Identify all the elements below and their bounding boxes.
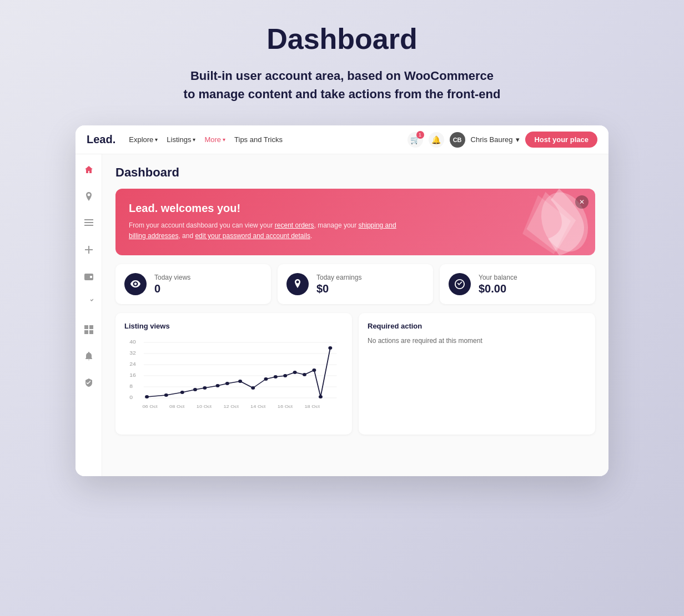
sidebar-item-grid[interactable] <box>80 321 98 339</box>
balance-value: $0.00 <box>479 282 517 295</box>
svg-rect-4 <box>90 276 92 278</box>
svg-point-32 <box>274 375 278 378</box>
page-title: Dashboard <box>266 22 418 55</box>
svg-point-34 <box>293 371 297 374</box>
svg-text:16: 16 <box>129 372 136 378</box>
svg-text:14 Oct: 14 Oct <box>250 404 266 409</box>
svg-point-23 <box>164 393 168 397</box>
sidebar <box>76 154 102 476</box>
user-avatar: CB <box>450 132 465 148</box>
svg-rect-5 <box>84 325 88 329</box>
chart-area: 40 32 24 16 8 0 <box>124 337 343 426</box>
nav-bar: Lead. Explore ▾ Listings ▾ More ▾ Tips a… <box>76 125 608 154</box>
svg-point-35 <box>303 373 306 376</box>
sidebar-item-tasks[interactable] <box>80 294 98 312</box>
action-card-title: Required action <box>368 322 586 330</box>
action-card-text: No actions are required at this moment <box>368 337 586 345</box>
chevron-down-icon: ▾ <box>155 137 158 143</box>
user-menu[interactable]: Chris Baureg ▾ <box>471 135 520 144</box>
cart-button[interactable]: 🛒 1 <box>408 132 423 148</box>
stat-info-earnings: Today earnings $0 <box>316 274 361 295</box>
svg-rect-7 <box>84 330 88 334</box>
nav-link-listings[interactable]: Listings ▾ <box>167 135 195 144</box>
svg-text:10 Oct: 10 Oct <box>197 404 212 409</box>
main-layout: Dashboard Lead. welcomes you! From your … <box>76 154 608 476</box>
notifications-button[interactable]: 🔔 <box>429 132 444 148</box>
nav-link-tips[interactable]: Tips and Tricks <box>234 135 283 144</box>
stats-row: Today views 0 Today earnings $0 <box>115 264 595 304</box>
svg-point-30 <box>251 386 255 390</box>
views-label: Today views <box>154 274 190 281</box>
svg-text:24: 24 <box>129 361 136 367</box>
bottom-row: Listing views 40 32 24 16 8 0 <box>115 313 595 435</box>
nav-links: Explore ▾ Listings ▾ More ▾ Tips and Tri… <box>129 135 407 144</box>
svg-text:32: 32 <box>129 350 136 356</box>
stat-card-earnings: Today earnings $0 <box>278 264 433 304</box>
sidebar-item-add[interactable] <box>80 241 98 259</box>
nav-right: 🛒 1 🔔 CB Chris Baureg ▾ Host your place <box>408 132 597 148</box>
sidebar-item-wallet[interactable] <box>80 267 98 285</box>
svg-point-26 <box>203 386 207 390</box>
sidebar-item-security[interactable] <box>80 374 98 392</box>
banner-close-button[interactable]: ✕ <box>575 195 589 209</box>
nav-logo[interactable]: Lead. <box>87 133 115 146</box>
svg-rect-8 <box>89 330 93 334</box>
svg-text:12 Oct: 12 Oct <box>223 404 239 409</box>
svg-rect-2 <box>84 225 93 226</box>
nav-link-more[interactable]: More ▾ <box>204 135 225 144</box>
svg-text:16 Oct: 16 Oct <box>278 404 293 409</box>
banner-text: From your account dashboard you can view… <box>129 220 401 241</box>
svg-text:18 Oct: 18 Oct <box>304 404 320 409</box>
stat-card-views: Today views 0 <box>115 264 271 304</box>
chevron-down-icon: ▾ <box>193 137 195 143</box>
stat-info-views: Today views 0 <box>154 274 190 295</box>
svg-point-25 <box>193 388 197 391</box>
earnings-label: Today earnings <box>316 274 361 281</box>
browser-window: Lead. Explore ▾ Listings ▾ More ▾ Tips a… <box>76 125 608 476</box>
svg-text:40: 40 <box>129 339 136 345</box>
earnings-value: $0 <box>316 282 361 295</box>
sidebar-item-listings[interactable] <box>80 214 98 232</box>
svg-point-22 <box>145 395 149 398</box>
chevron-down-icon: ▾ <box>223 137 225 143</box>
stat-card-balance: Your balance $0.00 <box>440 264 595 304</box>
account-details-link[interactable]: edit your password and account details <box>195 232 310 240</box>
banner-title: Lead. welcomes you! <box>129 202 401 215</box>
balance-icon <box>449 273 471 295</box>
sidebar-item-alerts[interactable] <box>80 347 98 365</box>
host-button[interactable]: Host your place <box>525 132 597 148</box>
bell-icon: 🔔 <box>431 135 441 144</box>
svg-point-33 <box>283 374 287 377</box>
content-area: Dashboard Lead. welcomes you! From your … <box>102 154 608 476</box>
svg-rect-6 <box>89 325 93 329</box>
chart-title: Listing views <box>124 322 343 330</box>
svg-point-38 <box>328 346 332 350</box>
nav-link-explore[interactable]: Explore ▾ <box>129 135 158 144</box>
welcome-banner: Lead. welcomes you! From your account da… <box>115 189 595 255</box>
earnings-icon <box>286 273 309 295</box>
banner-content: Lead. welcomes you! From your account da… <box>129 202 401 241</box>
svg-point-24 <box>180 391 184 394</box>
svg-point-36 <box>312 368 316 372</box>
svg-text:06 Oct: 06 Oct <box>142 404 158 409</box>
sidebar-item-home[interactable] <box>80 161 98 179</box>
recent-orders-link[interactable]: recent orders <box>275 221 314 229</box>
cart-badge: 1 <box>416 131 424 139</box>
svg-rect-0 <box>84 219 93 220</box>
stat-info-balance: Your balance $0.00 <box>479 274 517 295</box>
dashboard-heading: Dashboard <box>115 165 595 180</box>
svg-point-37 <box>319 395 323 398</box>
chevron-down-icon: ▾ <box>516 135 520 144</box>
required-action-card: Required action No actions are required … <box>359 313 595 435</box>
svg-text:8: 8 <box>129 383 133 389</box>
svg-text:08 Oct: 08 Oct <box>169 404 185 409</box>
views-value: 0 <box>154 282 190 295</box>
sidebar-item-location[interactable] <box>80 188 98 205</box>
svg-point-28 <box>225 382 229 385</box>
svg-point-29 <box>238 380 242 383</box>
svg-rect-1 <box>84 222 93 223</box>
svg-point-27 <box>216 384 220 387</box>
svg-text:0: 0 <box>129 395 133 400</box>
views-icon <box>124 273 147 295</box>
page-subtitle: Built-in user account area, based on Woo… <box>184 67 501 103</box>
